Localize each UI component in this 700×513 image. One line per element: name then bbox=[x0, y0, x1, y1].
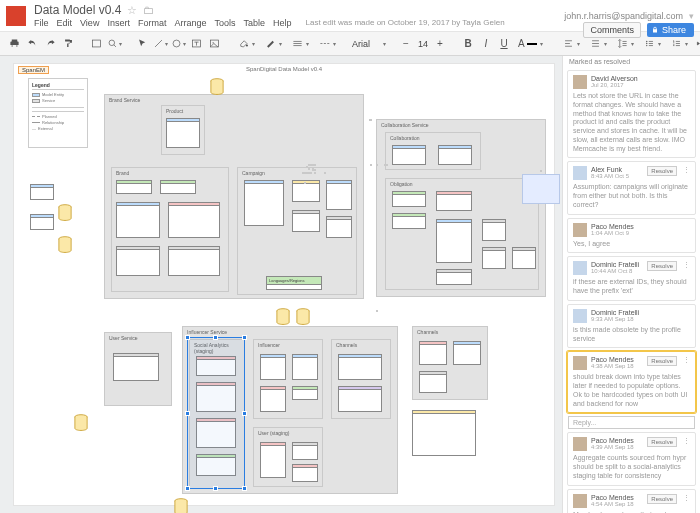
menu-edit[interactable]: Edit bbox=[57, 18, 73, 28]
shape-tool-icon[interactable]: ▾ bbox=[170, 36, 186, 52]
line-color-icon[interactable]: ▾ bbox=[261, 36, 286, 52]
menu-insert[interactable]: Insert bbox=[107, 18, 130, 28]
comment-author: Paco Mendes bbox=[591, 437, 643, 444]
line-weight-icon[interactable]: ▾ bbox=[288, 36, 313, 52]
comment-card[interactable]: David Alverson Jul 20, 2017 Lets not sto… bbox=[567, 70, 696, 158]
resolve-button[interactable]: Resolve bbox=[647, 356, 677, 366]
database-icon bbox=[276, 308, 290, 326]
comment-author: Paco Mendes bbox=[591, 494, 643, 501]
zoom-icon[interactable]: ▾ bbox=[106, 36, 122, 52]
comment-body: is this made obsolete by the profile ser… bbox=[573, 326, 690, 344]
bold-icon[interactable]: B bbox=[460, 36, 476, 52]
comment-body: if these are external IDs, they should h… bbox=[573, 278, 690, 296]
legend: Legend Model Entity Service Planned Rela… bbox=[28, 78, 88, 148]
doc-title[interactable]: Data Model v0.4 bbox=[34, 3, 121, 17]
user-email[interactable]: john.r.harris@spandigital.com bbox=[564, 11, 683, 21]
avatar bbox=[573, 166, 587, 180]
menu-help[interactable]: Help bbox=[273, 18, 292, 28]
last-edit-text[interactable]: Last edit was made on October 19, 2017 b… bbox=[306, 18, 505, 28]
service-channels-ext[interactable]: Channels bbox=[412, 326, 488, 400]
print-icon[interactable] bbox=[6, 36, 22, 52]
selection-outline bbox=[187, 337, 245, 489]
svg-point-9 bbox=[646, 45, 647, 46]
menu-bar: File Edit View Insert Format Arrange Too… bbox=[34, 18, 564, 28]
workspace: SpanEM SpanDigital Data Model v0.4 Legen… bbox=[0, 56, 700, 513]
menu-table[interactable]: Table bbox=[243, 18, 265, 28]
indent-decrease-icon[interactable] bbox=[694, 36, 700, 52]
comment-card[interactable]: Paco Mendes 4:54 AM Sep 18 Resolve ⋮ May… bbox=[567, 489, 696, 514]
resolve-button[interactable]: Resolve bbox=[647, 494, 677, 504]
svg-point-8 bbox=[646, 43, 647, 44]
resolve-button[interactable]: Resolve bbox=[647, 261, 677, 271]
zoom-fit-icon[interactable] bbox=[88, 36, 104, 52]
image-icon[interactable] bbox=[206, 36, 222, 52]
comment-author: Alex Funk bbox=[591, 166, 643, 173]
paint-format-icon[interactable] bbox=[60, 36, 76, 52]
canvas-doc-title: SpanDigital Data Model v0.4 bbox=[246, 66, 322, 72]
resolve-button[interactable]: Resolve bbox=[647, 166, 677, 176]
comment-body: Yes, I agree bbox=[573, 240, 690, 249]
database-icon bbox=[74, 414, 88, 432]
comment-card[interactable]: Alex Funk 8:43 AM Oct 5 Resolve ⋮ Assump… bbox=[567, 161, 696, 214]
text-box-icon[interactable] bbox=[188, 36, 204, 52]
font-size-input[interactable]: 14 bbox=[416, 39, 430, 49]
more-icon[interactable]: ⋮ bbox=[683, 166, 690, 174]
service-collab[interactable]: Collaboration Service Collaboration Obli… bbox=[376, 119, 546, 297]
font-family-select[interactable]: Arial bbox=[352, 39, 380, 49]
comment-time: 10:44 AM Oct 8 bbox=[591, 268, 643, 274]
svg-rect-0 bbox=[92, 40, 100, 47]
comment-time: 4:38 AM Sep 18 bbox=[591, 363, 643, 369]
comment-card[interactable]: Dominic Fratelli 10:44 AM Oct 8 Resolve … bbox=[567, 256, 696, 301]
italic-icon[interactable]: I bbox=[478, 36, 494, 52]
menu-tools[interactable]: Tools bbox=[214, 18, 235, 28]
fill-color-icon[interactable]: ▾ bbox=[234, 36, 259, 52]
menu-view[interactable]: View bbox=[80, 18, 99, 28]
more-icon[interactable]: ⋮ bbox=[683, 437, 690, 445]
more-icon[interactable]: ⋮ bbox=[683, 356, 690, 364]
folder-icon[interactable]: 🗀 bbox=[143, 4, 154, 16]
avatar bbox=[573, 223, 587, 237]
text-color-icon[interactable]: A▾ bbox=[514, 36, 547, 52]
font-size-increase[interactable]: + bbox=[432, 36, 448, 52]
comments-button[interactable]: Comments bbox=[583, 22, 641, 38]
star-icon[interactable]: ☆ bbox=[127, 4, 137, 17]
underline-icon[interactable]: U bbox=[496, 36, 512, 52]
comment-author: Paco Mendes bbox=[591, 356, 643, 363]
line-dash-icon[interactable]: ▾ bbox=[315, 36, 340, 52]
share-button[interactable]: Share bbox=[647, 23, 694, 37]
comment-card[interactable]: Paco Mendes 4:38 AM Sep 18 Resolve ⋮ sho… bbox=[567, 351, 696, 413]
comment-author: Dominic Fratelli bbox=[591, 309, 690, 316]
more-icon[interactable]: ⋮ bbox=[683, 494, 690, 502]
comment-body: Assumption: campaigns will originate fro… bbox=[573, 183, 690, 209]
comment-body: should break down into type tables later… bbox=[573, 373, 690, 408]
lock-icon bbox=[651, 26, 659, 34]
line-tool-icon[interactable]: ▾ bbox=[152, 36, 168, 52]
database-icon bbox=[58, 236, 72, 254]
comment-card[interactable]: Dominic Fratelli 9:33 AM Sep 18 is this … bbox=[567, 304, 696, 349]
database-icon bbox=[296, 308, 310, 326]
comment-card[interactable]: Paco Mendes 1:04 AM Oct 9 Yes, I agree bbox=[567, 218, 696, 254]
more-icon[interactable]: ⋮ bbox=[683, 261, 690, 269]
ext-box[interactable] bbox=[30, 184, 54, 200]
ext-box[interactable] bbox=[30, 214, 54, 230]
menu-arrange[interactable]: Arrange bbox=[174, 18, 206, 28]
comments-panel: Marked as resolved David Alverson Jul 20… bbox=[562, 56, 700, 513]
service-user[interactable]: User Service bbox=[104, 332, 172, 406]
font-size-decrease[interactable]: − bbox=[398, 36, 414, 52]
reply-input[interactable]: Reply... bbox=[568, 416, 695, 429]
menu-file[interactable]: File bbox=[34, 18, 49, 28]
comment-time: 4:54 AM Sep 18 bbox=[591, 501, 643, 507]
note-box[interactable] bbox=[522, 174, 560, 204]
note-box[interactable] bbox=[412, 410, 476, 456]
canvas-container: SpanEM SpanDigital Data Model v0.4 Legen… bbox=[0, 56, 562, 513]
redo-icon[interactable] bbox=[42, 36, 58, 52]
service-brand[interactable]: Brand Service Product Brand Campaign bbox=[104, 94, 364, 299]
align-horizontal-icon[interactable]: ▾ bbox=[559, 36, 584, 52]
undo-icon[interactable] bbox=[24, 36, 40, 52]
select-tool-icon[interactable] bbox=[134, 36, 150, 52]
resolve-button[interactable]: Resolve bbox=[647, 437, 677, 447]
avatar bbox=[573, 494, 587, 508]
menu-format[interactable]: Format bbox=[138, 18, 167, 28]
drawing-canvas[interactable]: SpanEM SpanDigital Data Model v0.4 Legen… bbox=[14, 64, 554, 505]
comment-card[interactable]: Paco Mendes 4:39 AM Sep 18 Resolve ⋮ Agg… bbox=[567, 432, 696, 485]
